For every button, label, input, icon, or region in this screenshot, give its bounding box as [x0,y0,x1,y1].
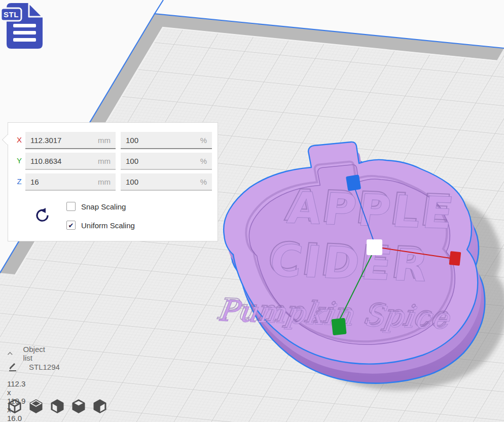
chevron-up-icon [7,351,13,356]
object-list-item[interactable]: STL1294 [8,362,60,372]
object-list-title: Object list [23,345,48,362]
pencil-icon [8,362,18,372]
scale-row-z: Z 16 mm 100 % [8,173,218,191]
y-size-unit: mm [98,157,111,165]
scale-handle-z[interactable] [346,174,361,191]
y-percent-input[interactable]: 100 % [121,153,212,170]
reset-icon-arrow [41,208,46,213]
x-size-input[interactable]: 112.3017 mm [25,132,116,149]
stl-file-icon[interactable]: STL [0,1,47,52]
camera-view-toolbar [7,399,107,414]
reset-scale-button[interactable] [33,207,50,223]
y-size-value: 110.8634 [30,157,61,165]
scale-handle-y[interactable] [331,318,346,336]
x-size-value: 112.3017 [30,136,61,145]
snap-scaling-checkbox[interactable] [66,202,76,211]
y-percent-value: 100 [126,157,138,165]
front-view-icon[interactable] [28,399,44,414]
top-view-icon[interactable] [50,399,65,414]
scale-tool-panel: X 112.3017 mm 100 % Y 110.8634 mm 100 % … [8,122,218,241]
snap-scaling-label: Snap Scaling [81,202,126,211]
scale-handle-center[interactable] [367,239,382,255]
axis-x-label: X [14,135,24,144]
z-percent-value: 100 [126,178,138,186]
reset-icon [37,210,48,221]
cura-slicer-window: APPLE APPLE CIDER CIDER Pumpkin Spice Pu… [0,0,504,422]
z-size-value: 16 [30,178,39,186]
x-percent-unit: % [200,136,207,145]
uniform-scaling-option[interactable]: ✔ Uniform Scaling [66,220,135,230]
scale-row-x: X 112.3017 mm 100 % [8,132,218,149]
z-size-unit: mm [98,178,111,186]
stl-badge-label: STL [4,10,19,19]
y-percent-unit: % [200,157,207,165]
uniform-scaling-label: Uniform Scaling [81,221,135,230]
scale-row-y: Y 110.8634 mm 100 % [8,153,218,170]
scale-handle-x[interactable] [449,251,461,266]
object-list-item-label: STL1294 [29,363,60,371]
object-list-header[interactable]: Object list [7,345,47,362]
z-size-input[interactable]: 16 mm [25,173,116,191]
model-text-cider: CIDER [267,235,434,292]
snap-scaling-option[interactable]: Snap Scaling [66,201,126,212]
3d-view-icon[interactable] [7,399,22,414]
y-size-input[interactable]: 110.8634 mm [25,153,116,170]
axis-y-label: Y [14,156,24,165]
document-lines-icon [13,24,36,42]
x-percent-input[interactable]: 100 % [121,132,212,149]
left-view-icon[interactable] [71,399,86,414]
uniform-scaling-checkbox[interactable]: ✔ [66,221,76,230]
z-percent-unit: % [200,178,207,186]
axis-z-label: Z [14,177,24,186]
right-view-icon[interactable] [92,399,107,414]
z-percent-input[interactable]: 100 % [121,173,212,191]
x-percent-value: 100 [126,136,138,145]
model-text-apple: APPLE [285,183,459,239]
folded-corner [29,3,43,17]
x-size-unit: mm [98,136,111,145]
